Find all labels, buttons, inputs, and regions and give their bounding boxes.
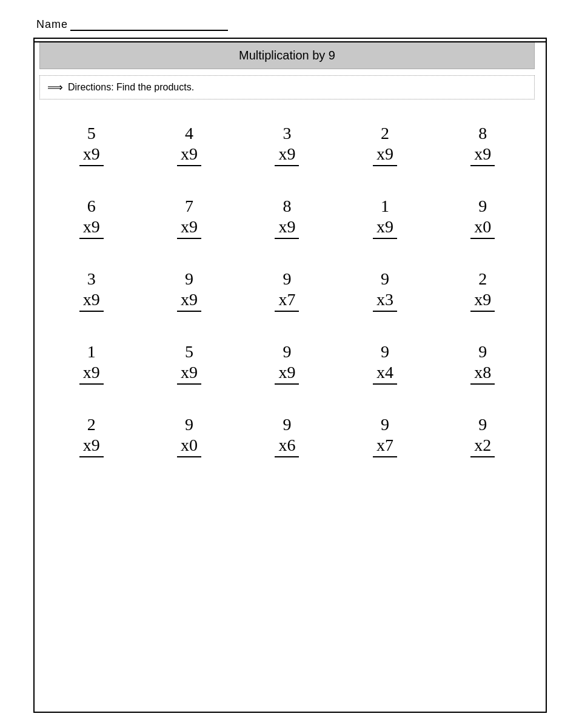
top-number-23: 9 — [381, 415, 389, 434]
bottom-number-4: x9 — [470, 144, 495, 166]
directions-text: Directions: Find the products. — [68, 82, 194, 93]
top-number-8: 1 — [381, 197, 389, 216]
bottom-number-7: x9 — [275, 217, 299, 239]
bottom-number-2: x9 — [275, 144, 299, 166]
problem-18: 9x4 — [336, 336, 433, 385]
bottom-number-3: x9 — [373, 144, 397, 166]
bottom-number-20: x9 — [79, 436, 104, 457]
bottom-number-24: x2 — [470, 436, 495, 457]
bottom-number-12: x7 — [275, 290, 299, 312]
bottom-number-15: x9 — [79, 363, 104, 385]
bottom-number-13: x3 — [373, 290, 397, 312]
problem-14: 2x9 — [434, 263, 532, 312]
problem-17: 9x9 — [238, 336, 336, 385]
top-number-24: 9 — [478, 415, 487, 434]
bottom-number-5: x9 — [79, 217, 104, 239]
top-number-9: 9 — [478, 197, 487, 216]
bottom-number-23: x7 — [373, 436, 397, 457]
top-number-18: 9 — [381, 342, 389, 362]
bottom-number-1: x9 — [177, 144, 201, 166]
bottom-number-16: x9 — [177, 363, 201, 385]
problems-grid: 5x94x93x92x98x96x97x98x91x99x03x99x99x79… — [42, 118, 532, 457]
top-number-15: 1 — [87, 342, 96, 362]
problem-13: 9x3 — [336, 263, 433, 312]
problem-21: 9x0 — [140, 409, 238, 457]
top-number-20: 2 — [87, 415, 96, 434]
problem-9: 9x0 — [434, 190, 532, 239]
problem-8: 1x9 — [336, 190, 433, 239]
problem-1: 4x9 — [140, 118, 238, 166]
problem-24: 9x2 — [434, 409, 532, 457]
top-number-5: 6 — [87, 197, 96, 216]
name-section: Name — [36, 12, 538, 31]
top-number-21: 9 — [185, 415, 193, 434]
problem-3: 2x9 — [336, 118, 433, 166]
top-number-13: 9 — [381, 269, 389, 289]
problem-16: 5x9 — [140, 336, 238, 385]
problem-11: 9x9 — [140, 263, 238, 312]
top-number-14: 2 — [478, 269, 487, 289]
name-underline[interactable] — [70, 19, 228, 31]
problem-19: 9x8 — [434, 336, 532, 385]
bottom-number-17: x9 — [275, 363, 299, 385]
bottom-border-line — [33, 712, 547, 713]
bottom-number-18: x4 — [373, 363, 397, 385]
bottom-number-14: x9 — [470, 290, 495, 312]
worksheet-title: Multiplication by 9 — [239, 49, 335, 62]
problem-7: 8x9 — [238, 190, 336, 239]
top-number-22: 9 — [283, 415, 291, 434]
problem-20: 2x9 — [42, 409, 140, 457]
bottom-number-21: x0 — [177, 436, 201, 457]
top-number-0: 5 — [87, 124, 96, 143]
problem-4: 8x9 — [434, 118, 532, 166]
bottom-number-11: x9 — [177, 290, 201, 312]
top-number-1: 4 — [185, 124, 193, 143]
top-number-17: 9 — [283, 342, 291, 362]
top-number-4: 8 — [478, 124, 487, 143]
top-number-11: 9 — [185, 269, 193, 289]
problem-5: 6x9 — [42, 190, 140, 239]
top-number-10: 3 — [87, 269, 96, 289]
problem-6: 7x9 — [140, 190, 238, 239]
problem-15: 1x9 — [42, 336, 140, 385]
top-number-16: 5 — [185, 342, 193, 362]
top-number-6: 7 — [185, 197, 193, 216]
bottom-number-8: x9 — [373, 217, 397, 239]
arrow-icon: ⟹ — [47, 81, 63, 94]
problem-22: 9x6 — [238, 409, 336, 457]
bottom-number-22: x6 — [275, 436, 299, 457]
top-number-3: 2 — [381, 124, 389, 143]
directions-box: ⟹ Directions: Find the products. — [39, 75, 535, 99]
bottom-number-0: x9 — [79, 144, 104, 166]
title-box: Multiplication by 9 — [39, 42, 535, 69]
top-number-2: 3 — [283, 124, 291, 143]
bottom-number-19: x8 — [470, 363, 495, 385]
name-label: Name — [36, 18, 68, 31]
problem-10: 3x9 — [42, 263, 140, 312]
top-number-19: 9 — [478, 342, 487, 362]
problem-23: 9x7 — [336, 409, 433, 457]
worksheet-page: Name Multiplication by 9 ⟹ Directions: F… — [0, 0, 562, 728]
top-number-12: 9 — [283, 269, 291, 289]
problem-0: 5x9 — [42, 118, 140, 166]
problem-2: 3x9 — [238, 118, 336, 166]
bottom-number-6: x9 — [177, 217, 201, 239]
problem-12: 9x7 — [238, 263, 336, 312]
bottom-number-9: x0 — [470, 217, 495, 239]
bottom-number-10: x9 — [79, 290, 104, 312]
top-number-7: 8 — [283, 197, 291, 216]
